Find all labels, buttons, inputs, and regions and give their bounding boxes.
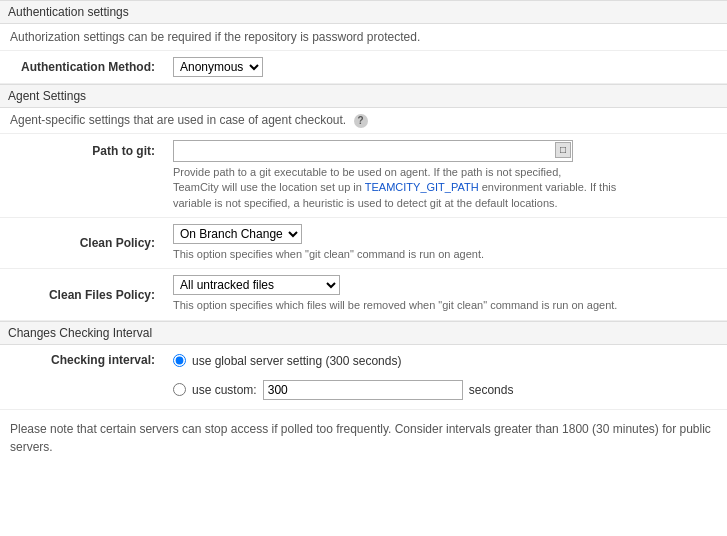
bottom-note: Please note that certain servers can sto… xyxy=(0,409,727,466)
checking-header: Changes Checking Interval xyxy=(0,321,727,345)
auth-method-value: Anonymous Password Private Key xyxy=(165,51,727,84)
clean-policy-select[interactable]: On Branch Change Always Never xyxy=(173,224,302,244)
clean-files-policy-row: Clean Files Policy: All untracked files … xyxy=(0,269,727,320)
auth-method-select[interactable]: Anonymous Password Private Key xyxy=(173,57,263,77)
agent-header: Agent Settings xyxy=(0,84,727,108)
custom-radio-row: use custom: seconds xyxy=(173,377,719,403)
path-to-git-row: Path to git: □ Provide path to a git exe… xyxy=(0,134,727,218)
checking-interval-row: Checking interval: use global server set… xyxy=(0,345,727,409)
clean-policy-row: Clean Policy: On Branch Change Always Ne… xyxy=(0,218,727,269)
help-icon[interactable]: ? xyxy=(354,114,368,128)
custom-radio[interactable] xyxy=(173,383,186,396)
clean-policy-hint: This option specifies when "git clean" c… xyxy=(173,247,719,262)
clean-policy-label: Clean Policy: xyxy=(0,218,165,269)
auth-method-row: Authentication Method: Anonymous Passwor… xyxy=(0,51,727,84)
path-to-git-value: □ Provide path to a git executable to be… xyxy=(165,134,727,218)
clean-files-value: All untracked files All untracked files … xyxy=(165,269,727,320)
custom-interval-input[interactable] xyxy=(263,380,463,400)
path-input-wrapper: □ xyxy=(173,140,573,162)
checking-interval-value: use global server setting (300 seconds) … xyxy=(165,345,727,409)
authentication-section: Authentication settings Authorization se… xyxy=(0,0,727,84)
clean-files-label: Clean Files Policy: xyxy=(0,269,165,320)
clean-files-select[interactable]: All untracked files All untracked files … xyxy=(173,275,340,295)
agent-form: Path to git: □ Provide path to a git exe… xyxy=(0,134,727,321)
authentication-form: Authentication Method: Anonymous Passwor… xyxy=(0,51,727,84)
clean-policy-value: On Branch Change Always Never This optio… xyxy=(165,218,727,269)
global-radio-row: use global server setting (300 seconds) xyxy=(173,351,719,371)
authentication-note: Authorization settings can be required i… xyxy=(0,24,727,51)
authentication-header: Authentication settings xyxy=(0,0,727,24)
path-to-git-label: Path to git: xyxy=(0,134,165,218)
agent-section: Agent Settings Agent-specific settings t… xyxy=(0,84,727,321)
auth-method-label: Authentication Method: xyxy=(0,51,165,84)
path-browse-icon[interactable]: □ xyxy=(555,142,571,158)
clean-files-hint: This option specifies which files will b… xyxy=(173,298,719,313)
path-to-git-input[interactable] xyxy=(173,140,573,162)
checking-form: Checking interval: use global server set… xyxy=(0,345,727,409)
path-hint: Provide path to a git executable to be u… xyxy=(173,165,719,211)
agent-note: Agent-specific settings that are used in… xyxy=(0,108,727,134)
checking-section: Changes Checking Interval Checking inter… xyxy=(0,321,727,466)
checking-interval-label: Checking interval: xyxy=(0,345,165,409)
global-radio[interactable] xyxy=(173,354,186,367)
teamcity-env-link: TEAMCITY_GIT_PATH xyxy=(365,181,479,193)
